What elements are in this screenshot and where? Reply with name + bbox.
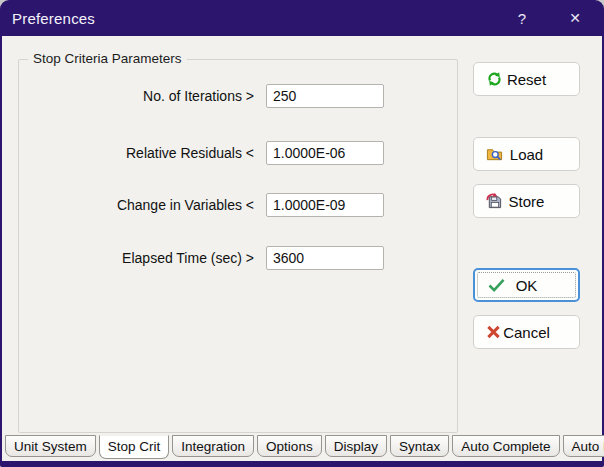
help-button[interactable]: ? <box>505 4 539 32</box>
tab-syntax[interactable]: Syntax <box>390 435 449 457</box>
window-title: Preferences <box>12 10 95 27</box>
tab-auto-load[interactable]: Auto Load <box>563 435 604 457</box>
relative-residuals-label: Relative Residuals < <box>32 144 254 162</box>
reset-button-label: Reset <box>507 71 546 88</box>
titlebar[interactable]: Preferences ? ✕ <box>0 0 604 36</box>
change-in-variables-input[interactable] <box>266 193 384 217</box>
close-button[interactable]: ✕ <box>558 4 592 32</box>
help-icon: ? <box>518 10 526 27</box>
stop-criteria-groupbox <box>18 59 458 433</box>
save-disk-icon <box>486 193 503 210</box>
tab-bar: Unit System Stop Crit Integration Option… <box>5 435 604 461</box>
preferences-dialog: Preferences ? ✕ Stop Criteria Parameters… <box>0 0 604 467</box>
refresh-icon <box>486 71 503 88</box>
dialog-body: Stop Criteria Parameters No. of Iteratio… <box>2 36 602 461</box>
tab-display[interactable]: Display <box>325 435 387 457</box>
load-button[interactable]: Load <box>473 137 580 171</box>
relative-residuals-input[interactable] <box>266 141 384 165</box>
tab-unit-system[interactable]: Unit System <box>5 435 96 457</box>
cancel-button-label: Cancel <box>503 324 550 341</box>
load-button-label: Load <box>510 146 543 163</box>
check-icon <box>487 278 506 293</box>
elapsed-time-label: Elapsed Time (sec) > <box>32 249 254 267</box>
change-in-variables-label: Change in Variables < <box>32 196 254 214</box>
tab-options[interactable]: Options <box>257 435 322 457</box>
folder-search-icon <box>486 146 503 163</box>
store-button[interactable]: Store <box>473 184 580 218</box>
ok-button-label: OK <box>516 277 538 294</box>
elapsed-time-input[interactable] <box>266 246 384 270</box>
groupbox-title: Stop Criteria Parameters <box>28 51 187 66</box>
store-button-label: Store <box>509 193 545 210</box>
ok-button[interactable]: OK <box>473 268 580 302</box>
tab-auto-complete[interactable]: Auto Complete <box>452 435 559 457</box>
tab-integration[interactable]: Integration <box>172 435 254 457</box>
reset-button[interactable]: Reset <box>473 62 580 96</box>
iterations-input[interactable] <box>266 84 384 108</box>
tab-stop-crit[interactable]: Stop Crit <box>99 435 170 459</box>
cancel-button[interactable]: Cancel <box>473 315 580 349</box>
iterations-label: No. of Iterations > <box>32 87 254 105</box>
cross-icon <box>486 325 501 340</box>
close-icon: ✕ <box>569 10 581 26</box>
